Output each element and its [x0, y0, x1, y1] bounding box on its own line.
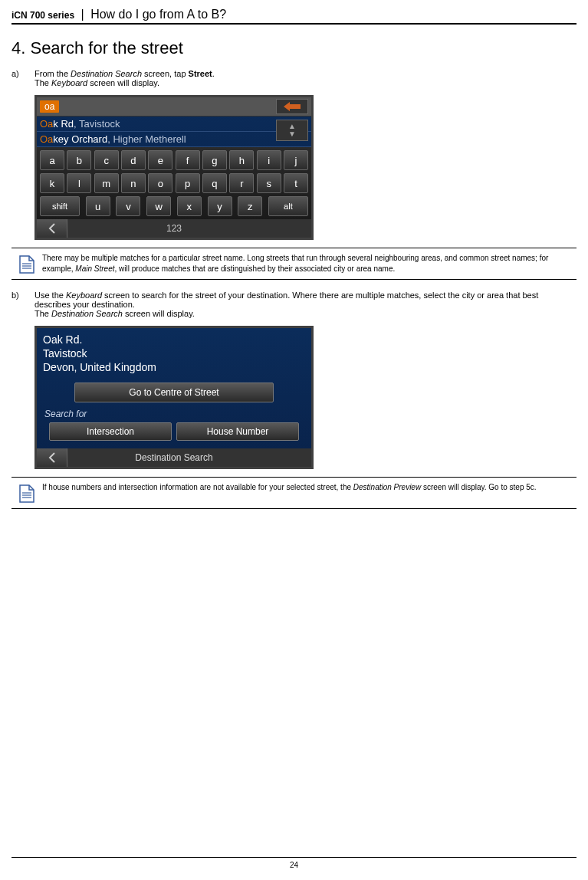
search-for-label: Search for	[37, 409, 311, 419]
intersection-button[interactable]: Intersection	[49, 422, 172, 441]
note-icon	[11, 482, 42, 504]
house-number-button[interactable]: House Number	[176, 422, 299, 441]
key-g[interactable]: g	[202, 150, 227, 170]
page-footer: 24	[11, 857, 577, 869]
keyboard-screenshot: oa Oak Rd, Tavistock ▲ ▼ Oakey Orchard, …	[34, 95, 314, 240]
key-s[interactable]: s	[257, 173, 281, 193]
key-b[interactable]: b	[67, 150, 91, 170]
kb-input-row: oa	[37, 97, 311, 117]
scroll-buttons[interactable]: ▲ ▼	[276, 120, 308, 141]
kb-input-chip[interactable]: oa	[40, 100, 59, 113]
chevron-left-icon	[48, 223, 57, 234]
kb-row-3: shift u v w x y z alt	[40, 196, 308, 216]
key-q[interactable]: q	[202, 173, 227, 193]
key-shift[interactable]: shift	[40, 196, 80, 216]
back-button[interactable]	[37, 219, 67, 238]
key-o[interactable]: o	[148, 173, 172, 193]
ds-address-block: Oak Rd. Tavistock Devon, United Kingdom	[37, 328, 311, 383]
key-e[interactable]: e	[148, 150, 172, 170]
step-b: b) Use the Keyboard screen to search for…	[11, 291, 577, 318]
key-p[interactable]: p	[176, 173, 200, 193]
key-v[interactable]: v	[116, 196, 140, 216]
key-z[interactable]: z	[238, 196, 262, 216]
note-1: There may be multiple matches for a part…	[11, 248, 577, 280]
key-c[interactable]: c	[94, 150, 119, 170]
key-y[interactable]: y	[208, 196, 232, 216]
backspace-arrow-icon	[284, 102, 301, 111]
ds-addr-line1: Oak Rd.	[43, 333, 305, 346]
step-a: a) From the Destination Search screen, t…	[11, 69, 577, 87]
destination-search-screenshot: Oak Rd. Tavistock Devon, United Kingdom …	[34, 326, 314, 469]
kb-row-2: k l m n o p q r s t	[40, 173, 308, 193]
key-r[interactable]: r	[229, 173, 254, 193]
header-series: iCN 700 series	[11, 10, 74, 21]
header-chapter: How do I go from A to B?	[90, 8, 226, 21]
header-separator: |	[81, 8, 84, 21]
document-icon	[18, 254, 35, 274]
ds-button-row: Intersection House Number	[37, 422, 311, 441]
page-header: iCN 700 series | How do I go from A to B…	[11, 8, 577, 25]
ds-footer-title: Destination Search	[67, 452, 281, 463]
step-b-letter: b)	[11, 291, 34, 318]
ds-footer-bar: Destination Search	[37, 448, 311, 467]
backspace-button[interactable]	[276, 99, 308, 114]
suggestion-2[interactable]: Oakey Orchard, Higher Metherell	[37, 132, 311, 147]
step-a-body: From the Destination Search screen, tap …	[34, 69, 577, 87]
key-h[interactable]: h	[229, 150, 254, 170]
document-icon	[18, 484, 35, 504]
suggestion-1[interactable]: Oak Rd, Tavistock ▲ ▼	[37, 117, 311, 132]
step-a-letter: a)	[11, 69, 34, 87]
ds-back-button[interactable]	[37, 448, 67, 467]
key-m[interactable]: m	[94, 173, 119, 193]
key-k[interactable]: k	[40, 173, 64, 193]
go-to-centre-button[interactable]: Go to Centre of Street	[74, 383, 274, 402]
step-b-body: Use the Keyboard screen to search for th…	[34, 291, 577, 318]
key-d[interactable]: d	[121, 150, 146, 170]
key-n[interactable]: n	[121, 173, 146, 193]
page-number: 24	[290, 861, 298, 869]
note-2: If house numbers and intersection inform…	[11, 477, 577, 509]
key-w[interactable]: w	[146, 196, 171, 216]
key-l[interactable]: l	[67, 173, 91, 193]
note-2-text: If house numbers and intersection inform…	[42, 482, 541, 504]
key-123[interactable]: 123	[67, 223, 281, 234]
ds-addr-line3: Devon, United Kingdom	[43, 360, 305, 374]
key-a[interactable]: a	[40, 150, 64, 170]
note-icon	[11, 253, 42, 274]
key-alt[interactable]: alt	[268, 196, 308, 216]
keyboard-area: a b c d e f g h i j k l m n o p q r s	[37, 147, 311, 219]
key-u[interactable]: u	[86, 196, 110, 216]
key-x[interactable]: x	[177, 196, 202, 216]
chevron-left-icon	[48, 452, 57, 463]
key-j[interactable]: j	[284, 150, 308, 170]
note-1-text: There may be multiple matches for a part…	[42, 253, 577, 274]
kb-row-1: a b c d e f g h i j	[40, 150, 308, 170]
key-f[interactable]: f	[176, 150, 200, 170]
kb-bottom-bar: 123	[37, 219, 311, 238]
key-t[interactable]: t	[284, 173, 308, 193]
chevron-down-icon: ▼	[288, 130, 296, 138]
key-i[interactable]: i	[257, 150, 281, 170]
section-title: 4. Search for the street	[11, 38, 577, 58]
ds-addr-line2: Tavistock	[43, 346, 305, 360]
